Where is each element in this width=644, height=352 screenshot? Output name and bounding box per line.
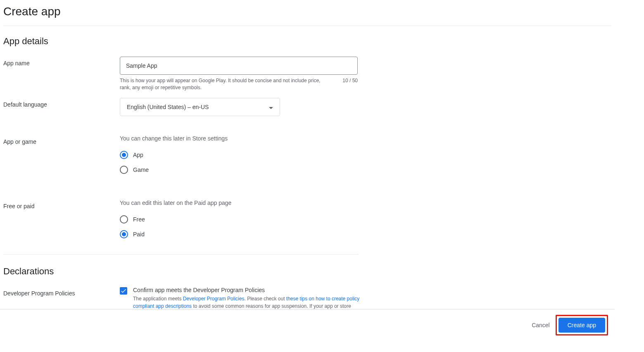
link-developer-program-policies[interactable]: Developer Program Policies (183, 296, 245, 302)
chevron-down-icon (269, 104, 273, 110)
section-app-details-title: App details (3, 36, 611, 47)
footer-bar: Cancel Create app (0, 309, 615, 340)
radio-paid-label: Paid (133, 231, 145, 238)
field-app-or-game: App or game You can change this later in… (3, 135, 360, 181)
radio-game-label: Game (133, 166, 149, 173)
default-language-select[interactable]: English (United States) – en-US (120, 98, 280, 116)
hint-app-or-game: You can change this later in Store setti… (120, 135, 360, 142)
radio-app-label: App (133, 152, 143, 158)
app-name-help: This is how your app will appear on Goog… (120, 77, 342, 91)
section-divider (3, 254, 359, 254)
desc-text: . Please check out (244, 296, 286, 302)
hint-free-or-paid: You can edit this later on the Paid app … (120, 200, 360, 206)
radio-icon-selected (120, 151, 128, 159)
radio-app[interactable]: App (120, 151, 360, 159)
check-icon (120, 288, 127, 294)
label-app-or-game: App or game (3, 135, 120, 145)
app-name-input[interactable] (120, 57, 358, 75)
radio-game[interactable]: Game (120, 166, 360, 174)
label-developer-policies: Developer Program Policies (3, 287, 120, 297)
app-name-char-count: 10 / 50 (342, 77, 358, 91)
radio-free[interactable]: Free (120, 215, 360, 224)
radio-paid[interactable]: Paid (120, 230, 360, 238)
label-free-or-paid: Free or paid (3, 200, 120, 209)
checkbox-primary-text: Confirm app meets the Developer Program … (133, 287, 360, 293)
field-app-name: App name This is how your app will appea… (3, 57, 360, 91)
section-declarations-title: Declarations (3, 266, 360, 277)
field-free-or-paid: Free or paid You can edit this later on … (3, 200, 360, 245)
field-developer-policies: Developer Program Policies Confirm app m… (3, 287, 360, 309)
label-app-name: App name (3, 57, 120, 67)
checkbox-description: The application meets Developer Program … (133, 295, 360, 309)
title-divider (3, 26, 611, 26)
radio-icon-selected (120, 230, 128, 238)
desc-text: The application meets (133, 296, 183, 302)
default-language-value: English (United States) – en-US (127, 104, 209, 110)
field-default-language: Default language English (United States)… (3, 98, 360, 116)
create-app-highlight: Create app (556, 315, 608, 335)
radio-icon (120, 215, 128, 224)
radio-icon (120, 166, 128, 174)
create-app-button[interactable]: Create app (558, 318, 605, 333)
label-default-language: Default language (3, 98, 120, 108)
page-title: Create app (3, 5, 611, 18)
radio-free-label: Free (133, 216, 145, 223)
cancel-button[interactable]: Cancel (526, 318, 556, 333)
checkbox-developer-policies[interactable] (120, 287, 127, 295)
